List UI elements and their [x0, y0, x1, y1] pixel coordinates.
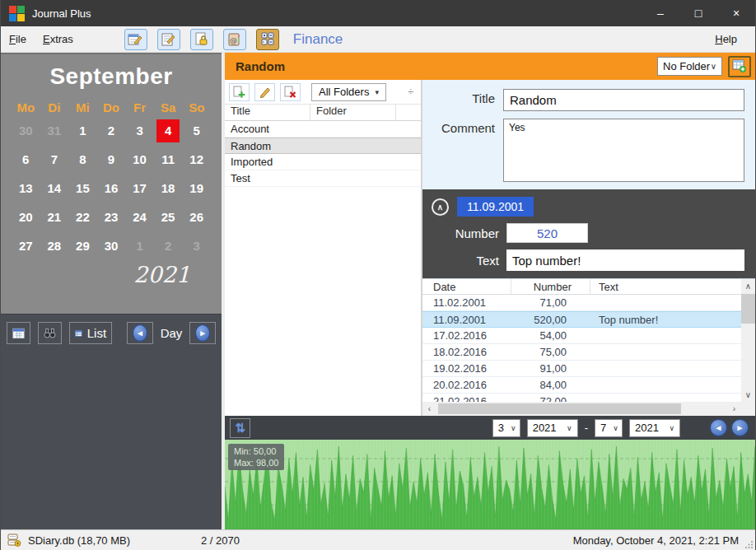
calendar-day[interactable]: 1: [125, 231, 154, 260]
add-entry-button[interactable]: [728, 56, 751, 77]
calendar-day[interactable]: 2: [97, 116, 126, 145]
entry-date-chip[interactable]: 11.09.2001: [457, 197, 534, 217]
calendar-day[interactable]: 5: [182, 116, 211, 145]
calendar-day[interactable]: 31: [40, 116, 69, 145]
to-month-select[interactable]: 7 ∨: [595, 419, 623, 437]
folder-row[interactable]: Test: [225, 170, 421, 187]
text-field-label: Text: [422, 254, 499, 268]
entry-row[interactable]: 11.02.200171,00: [422, 295, 741, 311]
menu-extras[interactable]: Extras: [35, 33, 82, 45]
calendar-day[interactable]: 20: [12, 203, 40, 231]
maximize-button[interactable]: □: [679, 0, 717, 26]
previous-day-button[interactable]: ◄: [127, 322, 153, 344]
calendar-view-button[interactable]: [7, 322, 30, 344]
calendar-day[interactable]: 10: [125, 145, 154, 174]
vertical-scroll-thumb[interactable]: [741, 294, 755, 324]
add-record-button[interactable]: [229, 83, 250, 101]
finance-grid-icon[interactable]: [256, 29, 279, 50]
calendar-day[interactable]: 8: [68, 145, 97, 174]
calendar-day[interactable]: 2: [154, 231, 183, 260]
from-year-select[interactable]: 2021 ∨: [527, 419, 578, 437]
entry-row[interactable]: 20.02.201684,00: [422, 377, 741, 394]
calendar-day[interactable]: 3: [182, 231, 211, 260]
horizontal-scrollbar[interactable]: ‹ ›: [422, 402, 741, 416]
journal-icon[interactable]: [124, 29, 147, 50]
entry-row[interactable]: 19.02.201691,00: [422, 361, 741, 377]
calendar-day[interactable]: 25: [154, 203, 183, 231]
to-year-select[interactable]: 2021 ∨: [629, 419, 680, 437]
calendar-day[interactable]: 13: [12, 174, 40, 203]
contacts-icon[interactable]: @: [223, 29, 246, 50]
calendar-day[interactable]: 21: [40, 203, 69, 231]
calendar-day[interactable]: 28: [40, 231, 69, 260]
column-date[interactable]: Date: [422, 279, 511, 294]
calendar-day[interactable]: 12: [182, 145, 211, 174]
calendar-day[interactable]: 9: [97, 145, 126, 174]
list-view-button[interactable]: List: [69, 322, 112, 344]
entry-row[interactable]: 18.02.201675,00: [422, 344, 741, 361]
column-number[interactable]: Number: [511, 279, 590, 294]
entry-row[interactable]: 21.02.201672,00: [422, 394, 741, 402]
delete-record-button[interactable]: [280, 83, 301, 101]
vertical-scrollbar[interactable]: ∧ ∨: [741, 279, 755, 402]
chart-next-button[interactable]: ►: [731, 419, 749, 436]
edit-record-button[interactable]: [254, 83, 275, 101]
calendar-day[interactable]: 23: [97, 203, 126, 231]
folder-row[interactable]: Account: [225, 121, 421, 138]
calendar-day[interactable]: 6: [12, 145, 40, 174]
calendar-day[interactable]: 11: [154, 145, 183, 174]
calendar-day[interactable]: 19: [182, 174, 211, 203]
close-button[interactable]: ×: [717, 0, 755, 26]
comment-field[interactable]: Yes: [503, 119, 744, 182]
calendar-day[interactable]: 27: [12, 231, 40, 260]
calendar-day-selected[interactable]: 4: [154, 116, 183, 145]
calendar-day[interactable]: 18: [154, 174, 183, 203]
calendar-day[interactable]: 24: [125, 203, 154, 231]
passwords-icon[interactable]: [190, 29, 213, 50]
text-field[interactable]: Top number!: [506, 249, 744, 271]
minimize-button[interactable]: –: [642, 0, 679, 26]
calendar-day[interactable]: 17: [125, 174, 154, 203]
all-folders-dropdown[interactable]: All Folders ▾: [311, 83, 386, 101]
calendar-day[interactable]: 16: [97, 174, 126, 203]
column-folder[interactable]: Folder: [310, 105, 396, 120]
scroll-down-icon[interactable]: ∨: [741, 388, 755, 402]
list-button-label: List: [87, 326, 106, 340]
calendar-day[interactable]: 14: [40, 174, 69, 203]
chart-previous-button[interactable]: ◄: [710, 419, 727, 436]
scroll-right-icon[interactable]: ›: [727, 402, 741, 416]
entry-row[interactable]: 11.09.2001520,00Top number!: [422, 311, 741, 328]
calendar-day[interactable]: 3: [125, 116, 154, 145]
calendar-day[interactable]: 1: [68, 116, 97, 145]
scroll-left-icon[interactable]: ‹: [422, 402, 436, 416]
from-month-select[interactable]: 3 ∨: [492, 419, 520, 437]
column-text[interactable]: Text: [590, 281, 741, 293]
refresh-chart-button[interactable]: ⇅: [230, 418, 250, 438]
search-binoculars-button[interactable]: [38, 322, 62, 344]
collapse-panel-button[interactable]: ∧: [432, 198, 449, 216]
folder-filter-select[interactable]: No Folder ∨: [657, 57, 722, 76]
number-field[interactable]: 520: [506, 223, 588, 243]
menu-help[interactable]: Help: [707, 33, 745, 45]
title-field[interactable]: Random: [503, 89, 744, 111]
notes-icon[interactable]: [157, 29, 180, 50]
calendar-day[interactable]: 15: [68, 174, 97, 203]
calendar-day[interactable]: 30: [97, 231, 126, 260]
folder-row[interactable]: Random: [225, 138, 421, 154]
calendar-day[interactable]: 26: [182, 203, 211, 231]
calendar-day[interactable]: 22: [68, 203, 97, 231]
splitter-icon[interactable]: ÷: [408, 86, 417, 98]
menu-file[interactable]: File: [1, 33, 35, 45]
folder-row[interactable]: Imported: [225, 154, 421, 170]
calendar-day[interactable]: 29: [68, 231, 97, 260]
calendar-day[interactable]: 30: [12, 116, 40, 145]
entry-rows: 11.02.200171,0011.09.2001520,00Top numbe…: [422, 295, 741, 402]
next-day-button[interactable]: ►: [189, 322, 216, 344]
scroll-up-icon[interactable]: ∧: [741, 279, 755, 293]
column-title[interactable]: Title: [225, 105, 310, 120]
entry-row[interactable]: 17.02.201654,00: [422, 328, 741, 344]
calendar-day[interactable]: 7: [40, 145, 69, 174]
resize-grip[interactable]: [745, 540, 754, 548]
horizontal-scroll-thumb[interactable]: [438, 403, 681, 414]
number-history-chart[interactable]: Min: 50,00 Max: 98,00: [225, 440, 755, 529]
